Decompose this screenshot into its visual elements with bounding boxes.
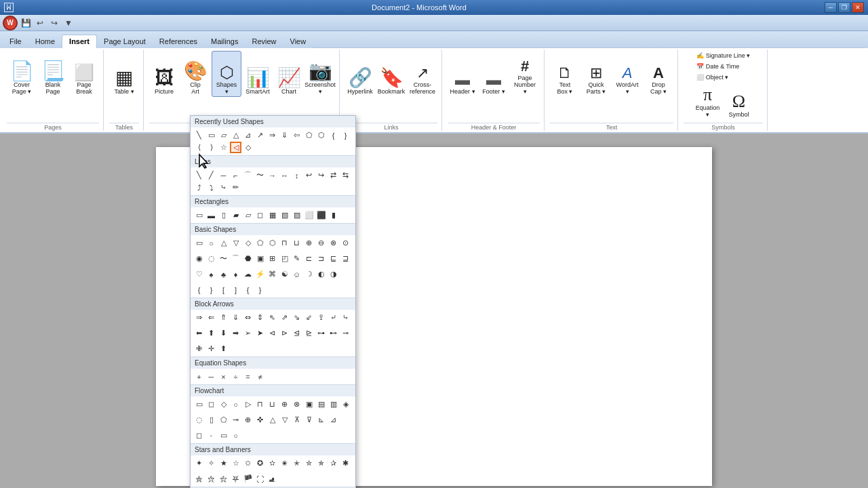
shape-angle-l[interactable]: ⟨ [193, 142, 205, 153]
bs7[interactable]: ⬡ [267, 237, 278, 249]
fc12[interactable]: ▥ [328, 399, 339, 410]
shape-rect8[interactable]: ▧ [279, 209, 290, 221]
bs4[interactable]: ▽ [230, 237, 241, 249]
sb17[interactable]: ⛧ [230, 473, 241, 485]
equation-button[interactable]: π Equation ▾ [693, 83, 723, 120]
date-time-button[interactable]: 📅 Date & Time [694, 62, 743, 71]
table-button[interactable]: ▦ Table ▾ [109, 51, 139, 97]
shape-line9[interactable]: ↕ [291, 169, 302, 181]
eq3[interactable]: × [218, 371, 229, 382]
ba10[interactable]: ⇙ [303, 312, 315, 323]
bs44[interactable]: } [254, 284, 266, 296]
shapes-button[interactable]: ⬡ Shapes ▾ [212, 51, 241, 97]
bs1[interactable]: ▭ [193, 237, 205, 249]
ba16[interactable]: ⬇ [218, 327, 229, 339]
fc21[interactable]: ▽ [279, 414, 290, 426]
ba18[interactable]: ➢ [242, 327, 254, 339]
shape-line17[interactable]: ✏ [230, 182, 241, 193]
ba23[interactable]: ⊵ [303, 327, 315, 339]
sb12[interactable]: ✰ [328, 458, 339, 469]
fc25[interactable]: ⊿ [328, 414, 339, 426]
ba3[interactable]: ⇑ [218, 312, 229, 323]
bs17[interactable]: ⌒ [230, 253, 241, 264]
shape-diamond[interactable]: ◇ [242, 142, 254, 153]
ba13[interactable]: ⤷ [340, 312, 351, 323]
eq2[interactable]: ─ [205, 371, 217, 382]
bs30[interactable]: ♦ [230, 268, 241, 280]
sb2[interactable]: ✧ [205, 458, 217, 469]
fc2[interactable]: ◻ [205, 399, 217, 410]
sb11[interactable]: ✯ [315, 458, 327, 469]
shape-star5[interactable]: ☆ [218, 142, 229, 153]
quick-parts-button[interactable]: ⊞ QuickParts ▾ [581, 51, 611, 97]
office-button[interactable]: W [3, 16, 18, 30]
ba1[interactable]: ⇒ [193, 312, 205, 323]
fc15[interactable]: ▯ [205, 414, 217, 426]
shape-rect9[interactable]: ▨ [291, 209, 302, 221]
ba22[interactable]: ⊴ [291, 327, 302, 339]
fc1[interactable]: ▭ [193, 399, 205, 410]
fc26[interactable]: ◻ [193, 430, 205, 441]
footer-button[interactable]: ▬ Footer ▾ [479, 51, 509, 97]
bs32[interactable]: ⚡ [254, 268, 266, 280]
bs23[interactable]: ⊏ [303, 253, 315, 264]
tab-mailings[interactable]: Mailings [204, 35, 245, 48]
shape-rect10[interactable]: ⬜ [303, 209, 315, 221]
bs8[interactable]: ⊓ [279, 237, 290, 249]
bookmark-button[interactable]: 🔖 Bookmark [376, 51, 406, 97]
sb1[interactable]: ✦ [193, 458, 205, 469]
shape-bracket-l[interactable]: { [328, 129, 339, 141]
fc7[interactable]: ⊔ [267, 399, 278, 410]
bs14[interactable]: ◉ [193, 253, 205, 264]
shape-rect5[interactable]: ▱ [242, 209, 254, 221]
shape-parallelogram[interactable]: ▱ [218, 129, 229, 141]
bs5[interactable]: ◇ [242, 237, 254, 249]
object-button[interactable]: ⬜ Object ▾ [694, 73, 732, 82]
shape-line14[interactable]: ⤴ [193, 182, 205, 193]
bs12[interactable]: ⊗ [328, 237, 339, 249]
ba25[interactable]: ⊷ [328, 327, 339, 339]
cover-page-button[interactable]: 📄 CoverPage ▾ [7, 51, 37, 97]
ba26[interactable]: ⊸ [340, 327, 351, 339]
symbol-button[interactable]: Ω Symbol [724, 83, 754, 120]
picture-button[interactable]: 🖼 Picture [149, 51, 179, 97]
fc28[interactable]: ▭ [218, 430, 229, 441]
minimize-button[interactable]: ─ [825, 2, 837, 13]
shape-rect7[interactable]: ▦ [267, 209, 278, 221]
shape-line7[interactable]: → [267, 169, 278, 181]
fc16[interactable]: ⬠ [218, 414, 229, 426]
fc19[interactable]: ✜ [254, 414, 266, 426]
shape-rect1[interactable]: ▭ [193, 209, 205, 221]
ba6[interactable]: ⇕ [254, 312, 266, 323]
ba4[interactable]: ⇓ [230, 312, 241, 323]
shape-rect6[interactable]: ◻ [254, 209, 266, 221]
sb9[interactable]: ✭ [291, 458, 302, 469]
shape-arrow-ne[interactable]: ↗ [254, 129, 266, 141]
ba27[interactable]: ✙ [193, 343, 205, 354]
shape-hexagon[interactable]: ⬡ [315, 129, 327, 141]
dropcap-button[interactable]: A DropCap ▾ [644, 51, 673, 97]
shape-line[interactable]: ╲ [193, 129, 205, 141]
ba14[interactable]: ⬅ [193, 327, 205, 339]
customize-quick-button[interactable]: ▼ [62, 17, 75, 29]
bs28[interactable]: ♠ [205, 268, 217, 280]
tab-pagelayout[interactable]: Page Layout [97, 35, 153, 48]
fc11[interactable]: ▤ [315, 399, 327, 410]
blank-page-button[interactable]: 📃 BlankPage [38, 51, 68, 97]
bs29[interactable]: ♣ [218, 268, 229, 280]
sb5[interactable]: ✩ [242, 458, 254, 469]
ba12[interactable]: ⤶ [328, 312, 339, 323]
bs2[interactable]: ○ [205, 237, 217, 249]
sb15[interactable]: ⛦ [205, 473, 217, 485]
textbox-button[interactable]: 🗋 TextBox ▾ [550, 51, 580, 97]
shape-arrow-l[interactable]: ⇦ [291, 129, 302, 141]
header-button[interactable]: ▬ Header ▾ [448, 51, 477, 97]
fc5[interactable]: ▷ [242, 399, 254, 410]
bs11[interactable]: ⊖ [315, 237, 327, 249]
undo-quick-button[interactable]: ↩ [34, 17, 46, 29]
bs42[interactable]: ] [230, 284, 241, 296]
bs21[interactable]: ◰ [279, 253, 290, 264]
fc14[interactable]: ◌ [193, 414, 205, 426]
bs15[interactable]: ◌ [205, 253, 217, 264]
fc10[interactable]: ▣ [303, 399, 315, 410]
